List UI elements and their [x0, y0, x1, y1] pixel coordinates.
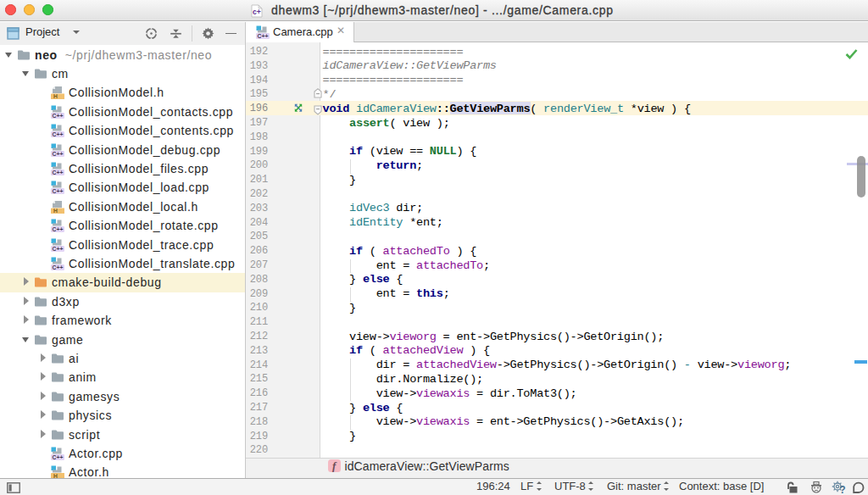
svg-text:C++: C++ — [53, 226, 64, 232]
svg-text:C++: C++ — [53, 131, 64, 137]
svg-text:C++: C++ — [53, 188, 64, 194]
svg-text:H: H — [53, 208, 58, 214]
svg-text:C++: C++ — [53, 150, 64, 156]
svg-text:C++: C++ — [53, 113, 64, 119]
svg-text:c+: c+ — [253, 8, 261, 16]
svg-text:?: ? — [839, 484, 845, 495]
svg-text:C++: C++ — [53, 170, 64, 175]
svg-text:H: H — [53, 94, 58, 100]
svg-text:C++: C++ — [53, 245, 64, 251]
svg-text:C++: C++ — [53, 264, 64, 270]
svg-text:C++: C++ — [258, 33, 269, 39]
svg-text:C++: C++ — [53, 454, 64, 460]
